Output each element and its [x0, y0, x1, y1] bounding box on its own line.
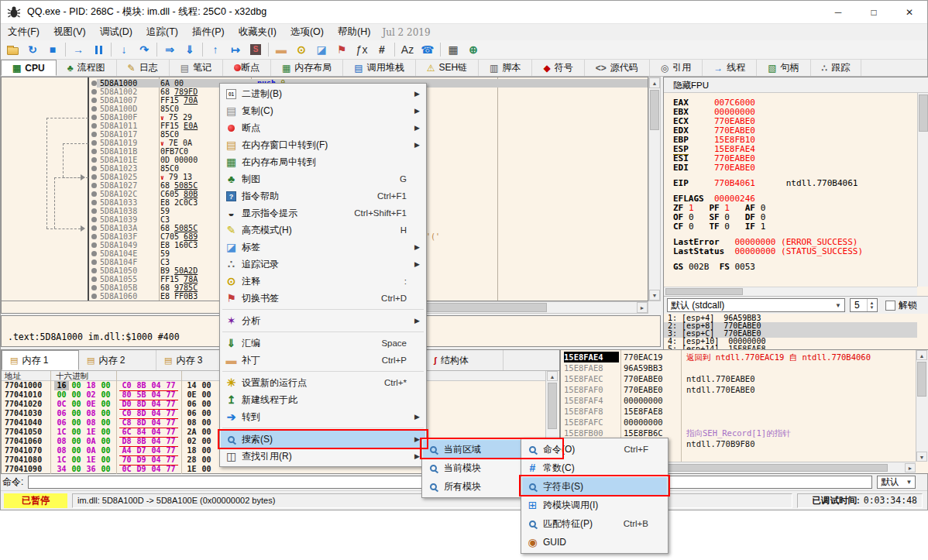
- breakpoint-dot-icon[interactable]: [91, 242, 97, 248]
- tab-handles[interactable]: ▧句柄: [757, 60, 810, 76]
- menubar-item-7[interactable]: 帮助(H): [331, 24, 377, 40]
- breakpoint-dot-icon[interactable]: [91, 251, 97, 256]
- menu-item-find-references[interactable]: ◫查找引用(R)▶: [221, 448, 425, 465]
- stack-row[interactable]: 15E8FB0015E8FB6C指向SEH_Record[1]的指针: [561, 428, 916, 438]
- breakpoint-dot-icon[interactable]: [91, 81, 97, 86]
- tab-graph[interactable]: ♣流程图: [57, 60, 117, 76]
- breakpoint-dot-icon[interactable]: [91, 140, 97, 146]
- step-out-button[interactable]: ↑: [205, 41, 225, 59]
- submenu-item-search-pattern[interactable]: 匹配特征(P)Ctrl+B: [522, 514, 667, 533]
- minimize-button[interactable]: ─: [820, 1, 856, 24]
- menubar-item-3[interactable]: 追踪(T): [139, 24, 185, 40]
- scroll-up-icon[interactable]: ▲: [649, 77, 660, 88]
- skip-exceptions-button[interactable]: S: [246, 41, 266, 59]
- menu-item-breakpoint[interactable]: 断点▶: [221, 119, 425, 136]
- scroll-right-icon[interactable]: ►: [637, 302, 648, 313]
- breakpoint-dot-icon[interactable]: [91, 183, 97, 188]
- dump-tab-1[interactable]: ▤内存 2: [79, 350, 156, 370]
- run-to-selection-button[interactable]: ⇒: [160, 41, 180, 59]
- tab-symbols[interactable]: ◆符号: [532, 60, 584, 76]
- breakpoint-dot-icon[interactable]: [91, 259, 97, 265]
- run-to-user-code-button[interactable]: ↦: [225, 41, 246, 59]
- menu-item-highlight[interactable]: ✎高亮模式(H)H: [221, 222, 425, 239]
- maximize-button[interactable]: □: [856, 1, 892, 24]
- stack-row[interactable]: 15E8FAE896A59BB3: [561, 362, 916, 373]
- stack-row[interactable]: 15E8FAFC00000000: [561, 417, 916, 428]
- dump-tab-4[interactable]: ʃ结构体: [426, 350, 504, 370]
- breakpoint-dot-icon[interactable]: [91, 106, 97, 112]
- segment-row[interactable]: GS 002B FS 0053: [673, 263, 917, 272]
- submenu-item-search-constant[interactable]: #常数(C): [522, 459, 667, 477]
- registers-list[interactable]: EAX 007C6000EBX 00000000ECX 770EABE0 EDX…: [664, 93, 917, 287]
- submenu-item-search-command[interactable]: 命令(O)Ctrl+F: [522, 440, 667, 459]
- stack-row[interactable]: 15E8FAE4770EAC19返回到 ntdll.770EAC19 自 ntd…: [561, 352, 916, 362]
- menu-item-comment[interactable]: ⊙注释:: [221, 273, 425, 290]
- scroll-down-icon[interactable]: ▼: [649, 290, 660, 301]
- breakpoint-dot-icon[interactable]: [91, 166, 97, 171]
- command-profile-select[interactable]: 默认 ▼: [877, 476, 916, 489]
- tab-notes[interactable]: ▤笔记: [170, 60, 223, 76]
- menu-item-memory-window[interactable]: ▤在内存窗口中转到(F)▶: [221, 136, 425, 153]
- breakpoint-dot-icon[interactable]: [91, 285, 97, 290]
- breakpoint-dot-icon[interactable]: [91, 225, 97, 231]
- tab-threads[interactable]: →线程: [703, 60, 757, 76]
- unlock-checkbox[interactable]: [885, 301, 895, 311]
- scroll-up-icon[interactable]: ▲: [916, 350, 927, 360]
- breakpoint-dot-icon[interactable]: [91, 200, 97, 205]
- submenu-item-search-guid[interactable]: ◉GUID: [522, 533, 667, 551]
- step-over-button[interactable]: ↷: [134, 41, 154, 59]
- register-row[interactable]: EIP 770B4061 ntdll.770B4061: [673, 179, 917, 188]
- registers-vscrollbar[interactable]: [917, 93, 928, 287]
- menu-item-goto[interactable]: ➔转到▶: [221, 408, 425, 425]
- tab-log[interactable]: ✎日志: [117, 60, 170, 76]
- menu-item-copy[interactable]: ▤复制(C)▶: [221, 102, 425, 119]
- breakpoint-dot-icon[interactable]: [91, 234, 97, 239]
- tab-callstack[interactable]: ▤调用堆栈: [343, 60, 415, 76]
- tab-memmap[interactable]: ▦内存布局: [271, 60, 343, 76]
- register-row[interactable]: EDI 770EABE0: [673, 163, 917, 173]
- dump-tab-0[interactable]: ▤内存 1: [2, 350, 79, 370]
- breakpoint-dot-icon[interactable]: [91, 149, 97, 154]
- stack-vscrollbar[interactable]: ▲ ▼: [916, 350, 928, 462]
- menubar-item-2[interactable]: 调试(D): [93, 24, 139, 40]
- breakpoint-dot-icon[interactable]: [91, 277, 97, 282]
- az-button[interactable]: Az: [397, 41, 418, 59]
- pause-button[interactable]: [88, 41, 108, 59]
- registers-hscrollbar[interactable]: [664, 287, 917, 296]
- menubar-item-0[interactable]: 文件(F): [1, 24, 46, 40]
- breakpoint-dot-icon[interactable]: [91, 174, 97, 180]
- tab-references[interactable]: ◎引用: [650, 60, 703, 76]
- stop-button[interactable]: ■: [43, 41, 63, 59]
- register-row[interactable]: LastStatus 00000000 (STATUS_SUCCESS): [673, 247, 917, 256]
- open-file-button[interactable]: [2, 41, 22, 59]
- breakpoint-dot-icon[interactable]: [91, 132, 97, 137]
- patch-button[interactable]: ▬: [271, 41, 291, 59]
- hash-button[interactable]: #: [372, 41, 392, 59]
- breakpoint-dot-icon[interactable]: [91, 294, 97, 299]
- breakpoint-dot-icon[interactable]: [91, 268, 97, 273]
- menu-item-label[interactable]: ◪标签▶: [221, 239, 425, 256]
- label-button[interactable]: ◪: [311, 41, 332, 59]
- stack-row[interactable]: 15E8FAF815E8FAE8: [561, 406, 916, 417]
- menu-item-instruction-help[interactable]: ?指令帮助Ctrl+F1: [221, 187, 425, 204]
- menu-item-analyze[interactable]: ✶分析▶: [221, 312, 425, 329]
- run-button[interactable]: →: [68, 41, 88, 59]
- menu-item-new-thread[interactable]: ↥新建线程于此: [221, 391, 425, 408]
- restart-button[interactable]: ↻: [22, 41, 43, 59]
- arg-count-stepper[interactable]: 5 ▲▼: [850, 298, 878, 312]
- stack-row[interactable]: 15E8FAF400000000: [561, 395, 916, 406]
- menu-item-graph[interactable]: ♣制图G: [221, 170, 425, 187]
- menu-item-bookmark[interactable]: ⚑切换书签Ctrl+D: [221, 290, 425, 307]
- tab-cpu[interactable]: ▦CPU: [1, 60, 57, 76]
- scroll-right-icon[interactable]: ►: [905, 463, 916, 472]
- breakpoint-dot-icon[interactable]: [91, 208, 97, 214]
- menubar-item-4[interactable]: 插件(P): [185, 24, 232, 40]
- breakpoint-dot-icon[interactable]: [91, 89, 97, 94]
- step-into-button[interactable]: ↓: [114, 41, 134, 59]
- flags-row[interactable]: CF 0 TF 0 IF 1: [673, 222, 917, 232]
- menubar-item-5[interactable]: 收藏夹(I): [232, 24, 284, 40]
- disasm-vscrollbar[interactable]: ▲ ▼: [648, 77, 661, 301]
- breakpoint-dot-icon[interactable]: [91, 191, 97, 197]
- stack-row[interactable]: 15E8FAEC770EABE0ntdll.770EABE0: [561, 373, 916, 384]
- calculator-button[interactable]: ▦: [443, 41, 463, 59]
